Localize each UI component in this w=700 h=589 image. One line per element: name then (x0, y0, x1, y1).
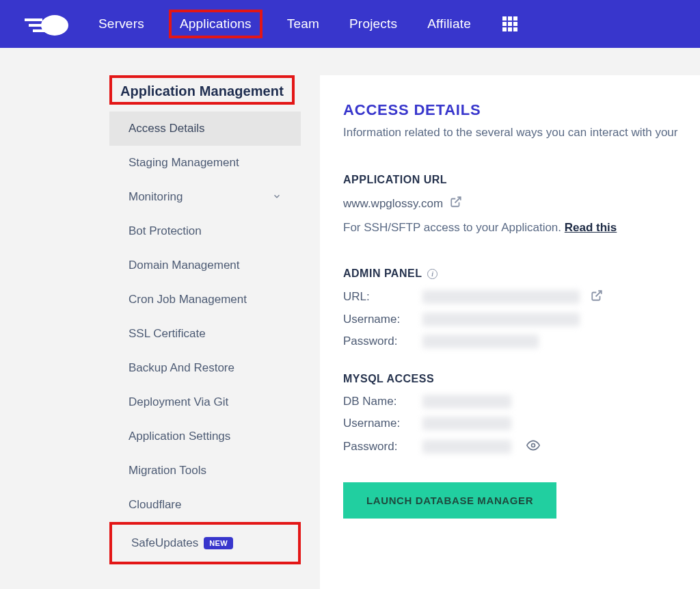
svg-point-6 (532, 444, 535, 447)
svg-rect-1 (25, 18, 42, 21)
sidebar-item-bot-protection[interactable]: Bot Protection (109, 214, 301, 248)
cloud-logo-icon (21, 12, 70, 36)
admin-url-value (422, 290, 580, 304)
svg-line-4 (455, 197, 461, 202)
sidebar-item-label: Bot Protection (129, 224, 202, 238)
mysql-db-value (422, 395, 511, 408)
sidebar-item-staging[interactable]: Staging Management (109, 146, 301, 180)
mysql-user-label: Username: (343, 417, 412, 430)
nav-affiliate[interactable]: Affiliate (422, 12, 476, 36)
sidebar-item-backup[interactable]: Backup And Restore (109, 351, 301, 385)
new-badge: NEW (204, 537, 233, 549)
sidebar-safeupdates-highlight: SafeUpdates NEW (109, 522, 301, 564)
ssh-note: For SSH/SFTP access to your Application.… (343, 221, 700, 235)
admin-user-value (422, 313, 580, 326)
sidebar-item-git[interactable]: Deployment Via Git (109, 385, 301, 419)
read-this-link[interactable]: Read this (565, 221, 617, 234)
sidebar-item-app-settings[interactable]: Application Settings (109, 419, 301, 454)
sidebar-item-monitoring[interactable]: Monitoring (109, 180, 301, 214)
sidebar-item-cron[interactable]: Cron Job Management (109, 283, 301, 317)
page-container: Application Management Access Details St… (0, 48, 700, 589)
sidebar-item-label: Staging Management (129, 156, 239, 170)
external-link-icon[interactable] (450, 196, 462, 211)
nav-projects[interactable]: Projects (344, 12, 403, 36)
info-icon[interactable]: i (427, 269, 438, 279)
sidebar-item-label: Cloudflare (129, 498, 182, 512)
sidebar-item-label: Migration Tools (129, 464, 206, 477)
section-admin-heading: ADMIN PANEL i (343, 267, 700, 280)
sidebar-item-label: Cron Job Management (129, 293, 247, 306)
sidebar-item-label: Deployment Via Git (129, 395, 228, 409)
app-url-value: www.wpglossy.com (343, 197, 443, 211)
section-mysql-heading: MYSQL ACCESS (343, 373, 700, 385)
page-subtitle: Information related to the several ways … (343, 126, 700, 140)
sidebar-item-label: Monitoring (129, 190, 183, 204)
sidebar-item-ssl[interactable]: SSL Certificate (109, 317, 301, 351)
sidebar-title: Application Management (120, 83, 284, 99)
svg-point-0 (41, 15, 68, 36)
sidebar-item-label: SSL Certificate (129, 327, 206, 341)
svg-rect-2 (29, 24, 44, 27)
section-app-url-heading: APPLICATION URL (343, 174, 700, 186)
mysql-pass-label: Password: (343, 440, 412, 454)
launch-db-manager-button[interactable]: LAUNCH DATABASE MANAGER (343, 482, 556, 519)
ssh-note-text: For SSH/SFTP access to your Application. (343, 221, 565, 234)
sidebar-item-migration[interactable]: Migration Tools (109, 454, 301, 488)
eye-icon[interactable] (526, 439, 540, 455)
top-nav: Servers Applications Team Projects Affil… (0, 0, 700, 48)
grid-icon (502, 16, 517, 31)
mysql-db-label: DB Name: (343, 395, 412, 408)
main-panel: ACCESS DETAILS Information related to th… (320, 75, 700, 589)
nav-servers[interactable]: Servers (93, 12, 150, 36)
nav-team[interactable]: Team (282, 12, 325, 36)
nav-applications[interactable]: Applications (169, 10, 262, 38)
admin-pass-label: Password: (343, 335, 412, 348)
page-title: ACCESS DETAILS (343, 101, 700, 119)
sidebar: Application Management Access Details St… (109, 75, 301, 564)
sidebar-item-cloudflare[interactable]: Cloudflare (109, 488, 301, 522)
chevron-down-icon (272, 192, 282, 203)
sidebar-title-highlight: Application Management (109, 75, 295, 105)
sidebar-item-label: Backup And Restore (129, 361, 234, 375)
sidebar-item-label: Domain Management (129, 259, 240, 272)
external-link-icon[interactable] (591, 289, 603, 304)
admin-url-label: URL: (343, 290, 412, 304)
admin-user-label: Username: (343, 313, 412, 326)
mysql-pass-value (422, 440, 511, 454)
sidebar-item-label: SafeUpdates (131, 536, 198, 550)
sidebar-item-safeupdates[interactable]: SafeUpdates NEW (112, 526, 298, 560)
mysql-user-value (422, 417, 511, 430)
sidebar-item-domain[interactable]: Domain Management (109, 248, 301, 283)
admin-heading-text: ADMIN PANEL (343, 267, 422, 280)
sidebar-item-label: Application Settings (129, 430, 230, 443)
logo[interactable] (21, 12, 70, 36)
svg-line-5 (596, 291, 602, 296)
sidebar-item-access-details[interactable]: Access Details (109, 112, 301, 146)
apps-grid-button[interactable] (502, 16, 517, 31)
sidebar-list: Access Details Staging Management Monito… (109, 112, 301, 564)
admin-pass-value (422, 335, 539, 348)
svg-rect-3 (33, 29, 45, 32)
sidebar-item-label: Access Details (129, 122, 204, 135)
